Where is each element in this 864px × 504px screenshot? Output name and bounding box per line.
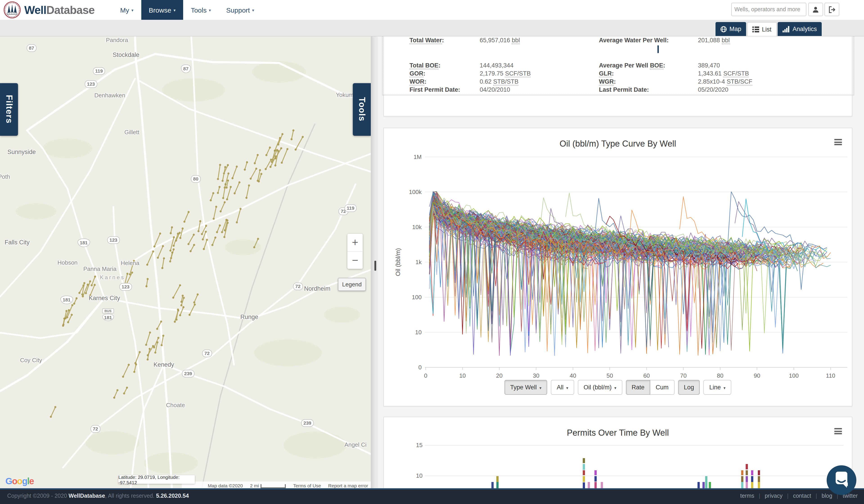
brand[interactable]: WellDatabase: [3, 1, 95, 19]
filters-tab[interactable]: Filters: [0, 83, 18, 136]
permit-bar-segment[interactable]: [758, 476, 760, 482]
permits-gridline: [425, 476, 843, 476]
type-curve-card: Oil (bbl/m) Type Curve By Well 1M100k10k…: [383, 128, 852, 406]
permits-ytick: 15: [386, 442, 422, 448]
chart-control-log[interactable]: Log: [678, 380, 700, 395]
permit-bar-segment[interactable]: [758, 470, 760, 476]
chevron-down-icon: ▾: [723, 385, 725, 390]
globe-icon: [720, 26, 727, 32]
permit-bar-segment[interactable]: [741, 470, 743, 476]
permit-bar-segment[interactable]: [705, 476, 707, 482]
stat-row-total-boe: Total BOE:144,493,344: [409, 62, 599, 70]
stat-row-average-per-well-boe: Average Per Well BOE:389,470: [599, 62, 788, 70]
view-toolbar: Map List Analytics: [0, 20, 864, 36]
top-navbar: WellDatabase My▾Browse▾Tools▾Support▾: [0, 0, 864, 20]
report-map-error-link[interactable]: Report a map error: [328, 483, 368, 488]
page-footer: Copyright ©2009 - 2020 WellDatabase, All…: [0, 488, 864, 504]
zoom-in-button[interactable]: +: [347, 234, 363, 251]
map-data-credit: Map data ©2020: [208, 483, 243, 488]
permit-bar-segment[interactable]: [583, 476, 585, 482]
svg-text:20: 20: [496, 372, 503, 379]
permit-bar-segment[interactable]: [751, 476, 753, 482]
permit-bar-segment[interactable]: [496, 476, 499, 482]
map-view-button[interactable]: Map: [716, 22, 746, 36]
rate-cum-toggle: RateCum: [626, 380, 674, 395]
footer-link-privacy[interactable]: privacy: [765, 490, 782, 503]
permits-card: Permits Over Time By Well 1510: [383, 417, 852, 490]
permit-bar-segment[interactable]: [595, 470, 597, 476]
brand-text: WellDatabase: [24, 3, 95, 16]
permit-bar-segment[interactable]: [583, 464, 585, 470]
permit-bar-segment[interactable]: [583, 458, 585, 463]
user-icon: [812, 6, 819, 13]
svg-text:90: 90: [754, 372, 760, 379]
chart-control-all[interactable]: All▾: [551, 380, 574, 395]
user-account-button[interactable]: [808, 3, 823, 16]
sign-out-icon: [828, 6, 836, 13]
google-logo: Google: [5, 476, 34, 487]
chart-control-rate[interactable]: Rate: [626, 380, 650, 395]
map-scale-bar: 2 mi: [250, 483, 286, 488]
analytics-panel[interactable]: Total Water:65,957,016 bblTotal BOE:144,…: [378, 36, 864, 490]
footer-link-contact[interactable]: contact: [793, 490, 811, 503]
analytics-bars-icon: [783, 26, 790, 32]
sign-out-button[interactable]: [824, 3, 839, 16]
svg-text:0: 0: [424, 372, 427, 379]
permit-bar-segment[interactable]: [746, 476, 748, 482]
nav-item-my[interactable]: My▾: [112, 0, 141, 20]
list-icon: [753, 26, 759, 32]
stat-row-first-permit-date: First Permit Date:04/20/2010: [409, 86, 599, 95]
chat-bubble-icon: [827, 465, 856, 495]
mini-bar-indicator: [658, 46, 659, 53]
chat-launcher-button[interactable]: [827, 465, 856, 495]
pane-resizer[interactable]: [371, 36, 378, 490]
permits-ytick: 10: [386, 472, 422, 479]
nav-item-browse[interactable]: Browse▾: [141, 0, 183, 20]
stat-row-average-water-per-well: Average Water Per Well:201,088 bbl: [599, 37, 788, 45]
svg-text:60: 60: [643, 372, 650, 379]
nav-item-tools[interactable]: Tools▾: [183, 0, 218, 20]
zoom-out-button[interactable]: −: [347, 251, 363, 269]
nav-item-support[interactable]: Support▾: [218, 0, 262, 20]
svg-text:Oil (bbl/m): Oil (bbl/m): [395, 248, 401, 276]
svg-text:70: 70: [680, 372, 687, 379]
svg-text:100k: 100k: [409, 188, 422, 195]
footer-separator: |: [787, 490, 789, 503]
map-pane[interactable]: PandoraStockdaleDenhawkenWilsonSunnyside…: [0, 36, 371, 490]
svg-text:80: 80: [717, 372, 723, 379]
terms-of-use-link[interactable]: Terms of Use: [293, 483, 321, 488]
footer-link-terms[interactable]: terms: [740, 490, 754, 503]
svg-text:10: 10: [415, 329, 422, 336]
chart-control-oil-bbl-m-[interactable]: Oil (bbl/m)▾: [578, 380, 622, 395]
analytics-view-button[interactable]: Analytics: [778, 22, 822, 36]
footer-separator: |: [759, 490, 760, 503]
list-view-button[interactable]: List: [747, 22, 777, 36]
chart-control-cum[interactable]: Cum: [650, 380, 674, 395]
welldatabase-logo-icon: [3, 1, 21, 19]
permit-bar-segment[interactable]: [746, 470, 748, 476]
chart-control-type-well[interactable]: Type Well▾: [504, 380, 547, 395]
chevron-down-icon: ▾: [540, 385, 542, 390]
permit-bar-segment[interactable]: [746, 464, 748, 469]
legend-button[interactable]: Legend: [338, 278, 366, 291]
tools-tab[interactable]: Tools: [353, 83, 371, 136]
svg-text:1M: 1M: [413, 153, 422, 160]
svg-text:110: 110: [826, 372, 835, 379]
permit-bar-segment[interactable]: [751, 470, 753, 476]
stat-row-wor: WOR:0.62 STB/STB: [409, 78, 599, 86]
resizer-handle-icon: [374, 261, 376, 271]
svg-text:100: 100: [789, 372, 799, 379]
map-coordinates-readout: Latitude: 29.0719, Longitude: -97.5412: [118, 475, 195, 484]
search-input[interactable]: [732, 6, 809, 13]
map-zoom-control: + −: [347, 234, 363, 269]
svg-text:0: 0: [419, 364, 422, 371]
type-curve-plot: 1M100k10k1k10010001020304050607080901001…: [384, 128, 852, 406]
map-canvas: [0, 36, 371, 490]
main-menu: My▾Browse▾Tools▾Support▾: [112, 0, 262, 20]
chart-control-line[interactable]: Line▾: [703, 380, 731, 395]
permit-bar-segment[interactable]: [595, 476, 597, 482]
permit-bar-segment[interactable]: [741, 476, 743, 482]
permit-bar-segment[interactable]: [583, 470, 585, 476]
chevron-down-icon: ▾: [252, 8, 254, 13]
stat-row-last-permit-date: Last Permit Date:05/20/2020: [599, 86, 788, 95]
